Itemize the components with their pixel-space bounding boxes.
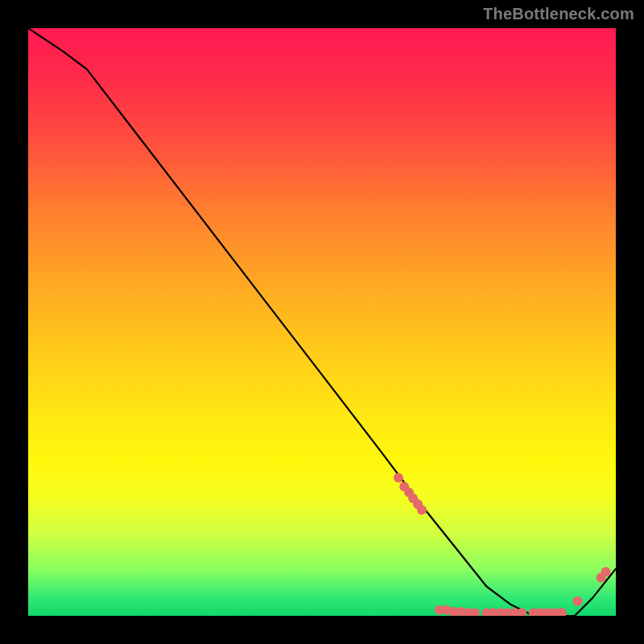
plot-area xyxy=(28,28,616,616)
chart-svg xyxy=(28,28,616,616)
curve-line xyxy=(28,28,616,616)
chart-stage: TheBottleneck.com xyxy=(0,0,644,644)
markers xyxy=(394,473,611,616)
marker-dot xyxy=(573,597,583,606)
attribution-label: TheBottleneck.com xyxy=(483,5,634,23)
marker-dot xyxy=(470,608,480,616)
marker-dot xyxy=(394,473,403,482)
marker-dot xyxy=(557,608,567,616)
marker-dot xyxy=(601,567,611,576)
marker-dot xyxy=(417,506,427,515)
